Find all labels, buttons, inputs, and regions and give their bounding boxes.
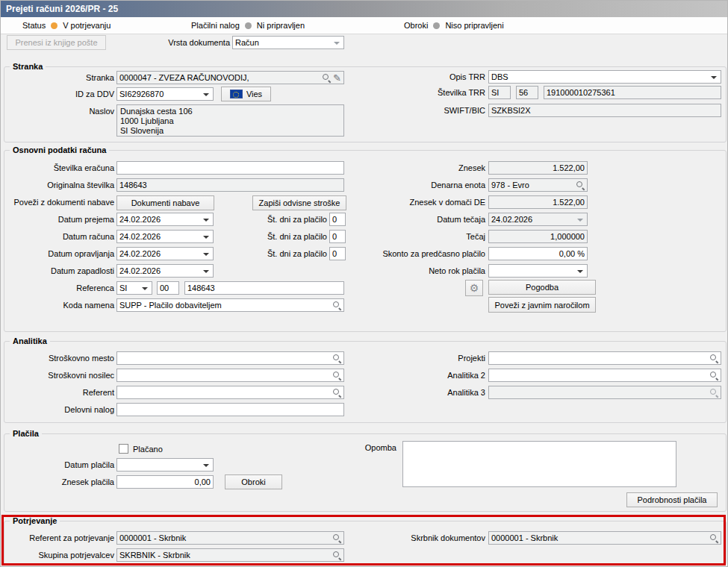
skupina-potrjevalcev-label: Skupina potrjevalcev: [7, 548, 114, 562]
st-dni-field-1[interactable]: 0: [329, 213, 346, 226]
chevron-down-icon: [711, 76, 717, 79]
st-dni-field-3[interactable]: 0: [329, 247, 346, 260]
zapisi-odvisne-stroske-button[interactable]: Zapiši odvisne stroške: [252, 195, 346, 210]
datum-racuna-picker[interactable]: 24.02.2026: [116, 230, 214, 243]
window-titlebar: Prejeti računi 2026/PR - 25: [1, 1, 727, 17]
referent-field[interactable]: [116, 386, 344, 399]
znesek-placila-field[interactable]: 0,00: [116, 475, 214, 489]
search-icon[interactable]: [332, 371, 341, 380]
znesek-field[interactable]: 1.522,00: [488, 161, 588, 175]
analitika3-field: [488, 386, 721, 399]
referenca-check-field[interactable]: 00: [157, 281, 179, 295]
datum-zapadlosti-picker[interactable]: 24.02.2026: [116, 264, 214, 278]
installments-indicator: Obroki Niso pripravljeni: [404, 17, 504, 34]
naslov-field[interactable]: Dunajska cesta 106 1000 Ljubljana SI Slo…: [116, 104, 344, 137]
doc-type-label: Vrsta dokumenta: [135, 36, 230, 49]
placano-checkbox[interactable]: [119, 444, 128, 454]
skonto-field[interactable]: 0,00 %: [488, 247, 588, 260]
podrobnosti-placila-button[interactable]: Podrobnosti plačila: [626, 492, 718, 507]
stroskovni-nosilec-label: Stroškovni nosilec: [7, 369, 114, 382]
datum-prejema-label: Datum prejema: [7, 213, 114, 226]
status-strip: Status V potrjevanju Plačilni nalog Ni p…: [1, 17, 727, 34]
vies-button[interactable]: Vies: [221, 87, 271, 101]
datum-opravljanja-picker[interactable]: 24.02.2026: [116, 247, 214, 260]
search-icon[interactable]: [332, 388, 341, 398]
datum-opravljanja-label: Datum opravljanja: [7, 247, 114, 260]
potrjevanje-group-title: Potrjevanje: [10, 516, 60, 526]
stranka-group-title: Stranka: [10, 61, 46, 72]
referent-potrjevanje-field[interactable]: 0000001 - Skrbnik: [116, 531, 344, 545]
osnovni-podatki-group-title: Osnovni podatki računa: [10, 145, 109, 155]
edit-pencil-icon[interactable]: [333, 73, 341, 83]
search-icon[interactable]: [332, 354, 341, 363]
skupina-potrjevalcev-field[interactable]: SKRBNIK - Skrbnik: [116, 548, 344, 562]
payment-order-indicator: Plačilni nalog Ni pripravljen: [191, 17, 305, 34]
koda-namena-field[interactable]: SUPP - Plačilo dobaviteljem: [116, 298, 344, 312]
transfer-from-mailbook-button[interactable]: Prenesi iz knjige pošte: [7, 35, 106, 50]
stroskovni-nosilec-field[interactable]: [116, 369, 344, 382]
obroki-button[interactable]: Obroki: [225, 474, 282, 489]
search-icon[interactable]: [332, 533, 341, 543]
opis-trr-label: Opis TRR: [367, 70, 485, 84]
referenca-number-field[interactable]: 148643: [184, 281, 344, 295]
projekti-field[interactable]: [488, 351, 721, 365]
znesek-label: Znesek: [367, 161, 485, 175]
neto-rok-select[interactable]: [488, 264, 588, 278]
search-icon[interactable]: [332, 301, 341, 310]
trr-country-field[interactable]: SI: [488, 86, 511, 99]
chevron-down-icon: [577, 270, 583, 273]
znesek-domaci-field[interactable]: 1.522,00: [488, 195, 588, 209]
chevron-down-icon: [203, 253, 209, 256]
analitika2-field[interactable]: [488, 369, 721, 382]
povezi-javno-narocilo-button[interactable]: Poveži z javnim naročilom: [488, 297, 596, 313]
chevron-down-icon: [142, 287, 148, 290]
stroskovno-mesto-field[interactable]: [116, 351, 344, 365]
datum-racuna-label: Datum računa: [7, 230, 114, 243]
chevron-down-icon: [203, 270, 209, 273]
doc-type-select[interactable]: Račun: [232, 36, 344, 49]
gear-link-icon: [470, 283, 479, 293]
originalna-stevilka-field[interactable]: 148643: [116, 178, 344, 192]
opomba-label: Opomba: [344, 441, 396, 454]
chevron-down-icon: [203, 219, 209, 222]
stranka-field[interactable]: 0000047 - ZVEZA RAČUNOVODIJ,: [116, 71, 344, 84]
datum-placila-picker[interactable]: [116, 458, 214, 472]
opis-trr-select[interactable]: DBS: [488, 70, 721, 84]
st-dni-label-3: Št. dni za plačilo: [247, 247, 327, 260]
referent-potrjevanje-label: Referent za potrjevanje: [7, 531, 114, 545]
swift-bic-label: SWIFT/BIC: [367, 104, 485, 117]
datum-prejema-picker[interactable]: 24.02.2026: [116, 213, 214, 226]
denarna-enota-field[interactable]: 978 - Evro: [488, 178, 588, 192]
tecaj-field[interactable]: 1,000000: [488, 230, 588, 243]
datum-zapadlosti-label: Datum zapadlosti: [7, 264, 114, 278]
opomba-textarea[interactable]: [402, 441, 676, 487]
originalna-stevilka-label: Originalna številka: [7, 178, 114, 192]
status-label: Status: [22, 21, 46, 30]
referenca-model-select[interactable]: SI: [116, 281, 152, 295]
search-icon[interactable]: [709, 533, 718, 543]
search-icon[interactable]: [332, 551, 341, 560]
link-contract-button[interactable]: [465, 280, 483, 296]
delovni-nalog-field[interactable]: [116, 403, 344, 416]
datum-placila-label: Datum plačila: [7, 458, 114, 472]
trr-number-field[interactable]: 191000010275361: [544, 86, 721, 99]
chevron-down-icon: [203, 236, 209, 239]
search-icon[interactable]: [321, 73, 331, 83]
search-icon[interactable]: [709, 354, 718, 363]
skrbnik-dokumentov-field[interactable]: 0000001 - Skrbnik: [488, 531, 721, 545]
st-dni-field-2[interactable]: 0: [329, 230, 346, 243]
eracun-field[interactable]: [116, 161, 344, 175]
pogodba-button[interactable]: Pogodba: [488, 280, 596, 295]
chevron-down-icon: [577, 219, 583, 222]
id-ddv-select[interactable]: SI62926870: [116, 87, 214, 101]
eu-flag-icon: [230, 90, 243, 98]
dokumenti-nabave-button[interactable]: Dokumenti nabave: [116, 195, 214, 210]
swift-bic-field[interactable]: SZKBSI2X: [488, 104, 721, 117]
datum-tecaja-picker: 24.02.2026: [488, 213, 588, 226]
search-icon[interactable]: [709, 371, 718, 380]
koda-namena-label: Koda namena: [7, 298, 114, 312]
trr-check-field[interactable]: 56: [516, 86, 538, 99]
skonto-label: Skonto za predčasno plačilo: [367, 247, 485, 260]
search-icon[interactable]: [575, 181, 585, 190]
denarna-enota-label: Denarna enota: [367, 178, 485, 192]
